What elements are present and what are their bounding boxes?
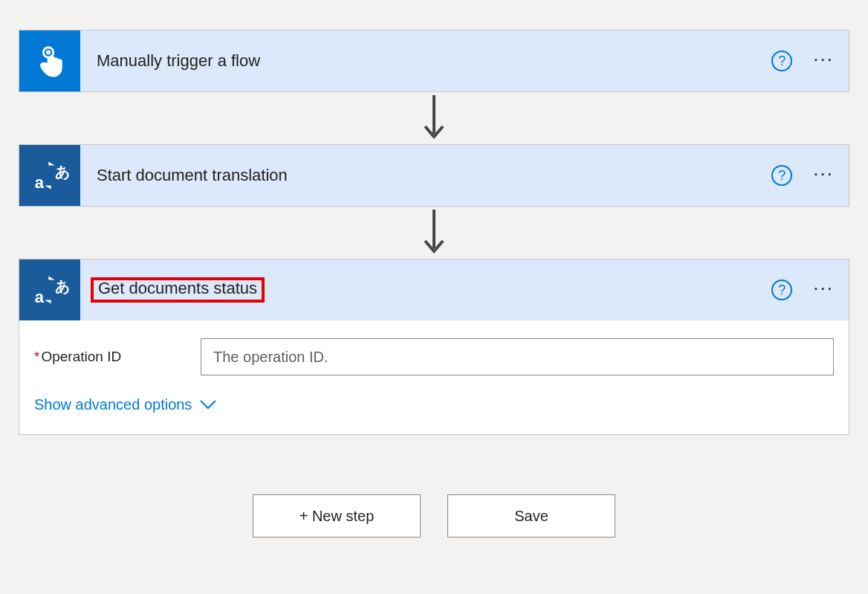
field-row-operation-id: *Operation ID — [34, 338, 834, 375]
new-step-label: + New step — [299, 508, 375, 525]
chevron-down-icon — [199, 396, 217, 413]
svg-text:a: a — [35, 173, 45, 192]
svg-text:a: a — [35, 288, 45, 306]
step-header[interactable]: あ a Start document translation ? ··· — [19, 145, 849, 206]
field-label-text: Operation ID — [41, 349, 121, 364]
step-header[interactable]: あ a Get documents status ? ··· — [19, 259, 849, 320]
more-menu-icon[interactable]: ··· — [813, 278, 834, 302]
step-actions: ? ··· — [771, 49, 834, 73]
step-body: *Operation ID Show advanced options — [19, 320, 849, 434]
connector-arrow — [419, 92, 449, 144]
new-step-button[interactable]: + New step — [253, 494, 421, 537]
translate-icon: あ a — [19, 145, 80, 206]
svg-point-1 — [46, 50, 51, 54]
step-title: Start document translation — [95, 166, 771, 185]
step-title: Get documents status — [97, 277, 259, 299]
manual-trigger-icon — [19, 30, 80, 91]
step-title-highlighted: Get documents status — [91, 277, 265, 303]
step-header[interactable]: Manually trigger a flow ? ··· — [19, 30, 849, 91]
step-title: Manually trigger a flow — [95, 51, 771, 71]
required-marker: * — [34, 349, 39, 364]
step-card-get-documents-status[interactable]: あ a Get documents status ? ··· *Op — [19, 259, 849, 435]
step-card-manual-trigger[interactable]: Manually trigger a flow ? ··· — [19, 30, 849, 92]
translate-icon: あ a — [19, 259, 80, 320]
advanced-options-label: Show advanced options — [34, 396, 192, 413]
save-label: Save — [514, 508, 548, 525]
flow-designer-canvas: Manually trigger a flow ? ··· あ — [0, 0, 868, 594]
save-button[interactable]: Save — [447, 494, 615, 537]
field-label: *Operation ID — [34, 349, 201, 365]
flow-column: Manually trigger a flow ? ··· あ — [18, 30, 850, 537]
more-menu-icon[interactable]: ··· — [813, 49, 834, 73]
show-advanced-options-link[interactable]: Show advanced options — [34, 396, 217, 413]
help-icon[interactable]: ? — [771, 51, 792, 71]
svg-text:あ: あ — [55, 278, 70, 294]
step-actions: ? ··· — [771, 278, 834, 302]
svg-text:あ: あ — [55, 164, 70, 180]
footer-buttons: + New step Save — [253, 494, 615, 537]
step-actions: ? ··· — [771, 164, 834, 187]
more-menu-icon[interactable]: ··· — [813, 164, 834, 187]
connector-arrow — [419, 207, 449, 259]
operation-id-input[interactable] — [201, 338, 834, 375]
help-icon[interactable]: ? — [771, 280, 792, 300]
step-card-start-translation[interactable]: あ a Start document translation ? ··· — [19, 144, 849, 207]
help-icon[interactable]: ? — [771, 165, 792, 186]
